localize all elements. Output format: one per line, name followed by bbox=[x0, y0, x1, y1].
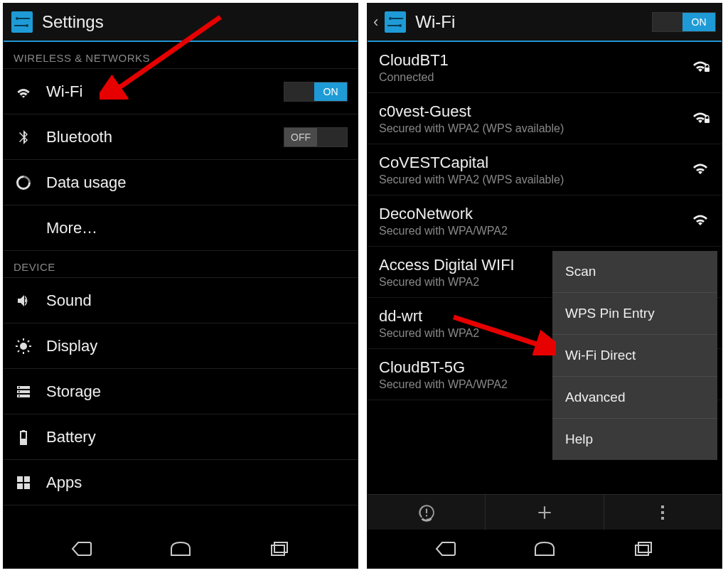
back-icon[interactable]: ‹ bbox=[373, 13, 378, 31]
wifi-signal-icon bbox=[690, 109, 710, 129]
svg-rect-27 bbox=[272, 545, 284, 555]
wifi-action-bar bbox=[368, 494, 722, 530]
row-bluetooth[interactable]: Bluetooth OFF bbox=[4, 114, 358, 160]
battery-label: Battery bbox=[46, 428, 348, 446]
data-usage-icon bbox=[14, 173, 33, 193]
svg-rect-36 bbox=[661, 505, 664, 508]
wifi-icon bbox=[14, 82, 33, 102]
network-row[interactable]: DecoNetwork Secured with WPA/WPA2 bbox=[368, 196, 722, 247]
row-apps[interactable]: Apps bbox=[4, 460, 358, 505]
wifi-signal-icon bbox=[690, 160, 710, 180]
nav-home-button[interactable] bbox=[527, 538, 562, 559]
menu-scan[interactable]: Scan bbox=[552, 251, 717, 293]
bluetooth-icon bbox=[14, 127, 33, 147]
svg-point-18 bbox=[18, 391, 20, 392]
svg-rect-39 bbox=[636, 545, 648, 555]
network-row[interactable]: CloudBT1 Connected bbox=[368, 42, 722, 93]
storage-label: Storage bbox=[46, 382, 348, 401]
apps-label: Apps bbox=[46, 473, 348, 492]
apps-icon bbox=[14, 473, 33, 493]
nav-home-button[interactable] bbox=[163, 538, 198, 559]
page-title: Settings bbox=[42, 12, 104, 32]
nav-back-button[interactable] bbox=[428, 538, 464, 559]
nav-bar bbox=[4, 530, 358, 568]
network-status: Secured with WPA2 (WPS available) bbox=[379, 173, 690, 186]
svg-line-13 bbox=[28, 341, 29, 342]
svg-rect-25 bbox=[17, 483, 23, 489]
display-label: Display bbox=[46, 337, 348, 355]
svg-point-19 bbox=[18, 395, 20, 397]
svg-rect-33 bbox=[387, 25, 399, 26]
display-icon bbox=[14, 336, 33, 356]
svg-line-12 bbox=[18, 350, 19, 352]
svg-point-3 bbox=[26, 24, 28, 27]
menu-advanced[interactable]: Advanced bbox=[552, 377, 717, 419]
network-status: Connected bbox=[379, 71, 690, 84]
row-sound[interactable]: Sound bbox=[4, 278, 358, 323]
svg-point-1 bbox=[16, 17, 18, 20]
wifi-label: Wi-Fi bbox=[46, 82, 271, 101]
svg-point-30 bbox=[389, 17, 392, 20]
section-wireless: WIRELESS & NETWORKS bbox=[4, 42, 358, 69]
more-label: More… bbox=[46, 219, 348, 237]
bluetooth-toggle[interactable]: OFF bbox=[284, 127, 348, 147]
section-device: DEVICE bbox=[4, 251, 358, 278]
svg-rect-4 bbox=[14, 25, 26, 26]
wifi-signal-icon bbox=[690, 211, 710, 231]
nav-recent-button[interactable] bbox=[262, 538, 297, 559]
svg-point-5 bbox=[20, 343, 27, 350]
sound-label: Sound bbox=[46, 291, 348, 310]
menu-wifi-direct[interactable]: Wi-Fi Direct bbox=[552, 335, 717, 377]
phone-wifi: ‹ Wi-Fi ON CloudBT1 Connected c0vest-Gue… bbox=[367, 3, 722, 569]
network-row[interactable]: c0vest-Guest Secured with WPA2 (WPS avai… bbox=[368, 93, 722, 144]
data-usage-label: Data usage bbox=[46, 173, 348, 192]
svg-rect-21 bbox=[22, 430, 25, 432]
svg-line-11 bbox=[28, 350, 29, 352]
row-display[interactable]: Display bbox=[4, 323, 358, 369]
svg-rect-22 bbox=[21, 439, 26, 444]
menu-help[interactable]: Help bbox=[552, 419, 717, 460]
battery-icon bbox=[14, 427, 33, 447]
svg-rect-0 bbox=[11, 11, 33, 33]
overflow-menu: Scan WPS Pin Entry Wi-Fi Direct Advanced… bbox=[552, 251, 717, 460]
row-wifi[interactable]: Wi-Fi ON bbox=[4, 69, 358, 114]
menu-wps[interactable]: WPS Pin Entry bbox=[552, 293, 717, 335]
sound-icon bbox=[14, 291, 33, 311]
phone-settings: Settings WIRELESS & NETWORKS Wi-Fi ON Bl… bbox=[3, 3, 358, 569]
page-title: Wi-Fi bbox=[415, 12, 455, 32]
svg-rect-24 bbox=[24, 476, 30, 482]
svg-rect-23 bbox=[17, 476, 23, 482]
row-battery[interactable]: Battery bbox=[4, 414, 358, 460]
svg-rect-31 bbox=[392, 18, 403, 19]
svg-point-32 bbox=[399, 24, 402, 27]
row-storage[interactable]: Storage bbox=[4, 369, 358, 414]
svg-rect-35 bbox=[705, 119, 710, 123]
wifi-master-toggle[interactable]: ON bbox=[652, 12, 716, 32]
row-more[interactable]: More… bbox=[4, 205, 358, 251]
network-ssid: CloudBT1 bbox=[379, 51, 690, 70]
network-status: Secured with WPA/WPA2 bbox=[379, 225, 690, 237]
svg-rect-38 bbox=[661, 517, 664, 520]
network-row[interactable]: CoVESTCapital Secured with WPA2 (WPS ava… bbox=[368, 144, 722, 196]
row-data-usage[interactable]: Data usage bbox=[4, 160, 358, 205]
svg-point-17 bbox=[18, 387, 20, 388]
wifi-toggle[interactable]: ON bbox=[284, 82, 348, 102]
wifi-signal-icon bbox=[690, 58, 710, 77]
add-network-button[interactable] bbox=[486, 495, 604, 530]
settings-icon bbox=[382, 9, 408, 35]
svg-rect-28 bbox=[274, 542, 287, 552]
network-ssid: c0vest-Guest bbox=[379, 102, 690, 121]
svg-rect-40 bbox=[638, 542, 651, 552]
storage-icon bbox=[14, 382, 33, 402]
bluetooth-label: Bluetooth bbox=[46, 128, 271, 146]
nav-back-button[interactable] bbox=[64, 538, 100, 559]
wifi-header: ‹ Wi-Fi ON bbox=[368, 4, 722, 42]
nav-bar bbox=[368, 530, 722, 568]
svg-rect-2 bbox=[18, 18, 30, 19]
wps-push-button[interactable] bbox=[368, 495, 486, 530]
nav-recent-button[interactable] bbox=[626, 538, 661, 559]
network-ssid: DecoNetwork bbox=[379, 205, 690, 223]
svg-rect-26 bbox=[24, 483, 30, 489]
overflow-button[interactable] bbox=[604, 495, 722, 530]
network-status: Secured with WPA2 (WPS available) bbox=[379, 122, 690, 135]
